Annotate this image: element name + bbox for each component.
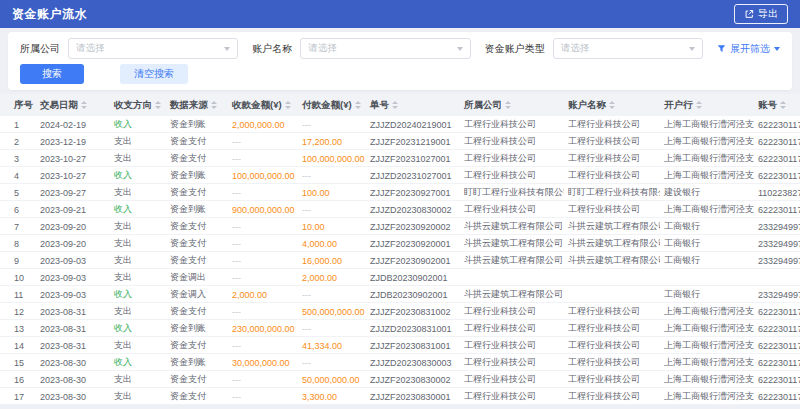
sort-icon[interactable] (211, 101, 217, 109)
table-row[interactable]: 152023-08-30收入资金到账30,000,000.00---ZJJZD2… (0, 354, 800, 371)
table-row[interactable]: 122023-08-31支出资金支付---500,000,000.00ZJJZF… (0, 303, 800, 320)
column-header-company[interactable]: 所属公司 (460, 94, 564, 116)
cell-pay-amount: 41,334.00 (298, 341, 366, 351)
cell-account-no: 622230117 (754, 205, 800, 215)
cell-pay-amount: --- (298, 205, 366, 215)
cell-account-no: 622230117 (754, 137, 800, 147)
table-row[interactable]: 12024-02-19收入资金到账2,000,000.00---ZJJZD202… (0, 116, 800, 133)
cell-bank: 上海工商银行漕河泾支行 (660, 390, 754, 403)
cell-index: 1 (0, 120, 36, 130)
column-header-index: 序号 (0, 94, 36, 116)
table-row[interactable]: 72023-09-20支出资金支付---10.00ZJJZF2023092000… (0, 218, 800, 235)
cell-order-no: ZJJZF20230830002 (366, 375, 460, 385)
table-row[interactable]: 92023-09-03支出资金支付---16,000.00ZJJZF202309… (0, 252, 800, 269)
cell-account-name: 工程行业科技公司 (564, 118, 660, 131)
cell-order-no: ZJJZF20230920001 (366, 239, 460, 249)
cell-bank: 上海工商银行漕河泾支行 (660, 356, 754, 369)
cell-direction: 收入 (110, 169, 166, 182)
cell-order-no: ZJJZF20230920002 (366, 222, 460, 232)
sort-icon[interactable] (355, 101, 361, 109)
account-type-filter-label: 资金账户类型 (485, 42, 545, 56)
cell-account-name: 斗拱云建筑工程有限公司 (564, 237, 660, 250)
column-header-direction[interactable]: 收支方向 (110, 94, 166, 116)
table-row[interactable]: 22023-12-19支出资金支付---17,200.00ZJJZF202312… (0, 133, 800, 150)
cell-company: 工程行业科技公司 (460, 390, 564, 403)
sort-icon[interactable] (285, 101, 291, 109)
cell-account-no: 233294997 (754, 239, 800, 249)
sort-icon[interactable] (780, 101, 786, 109)
cell-direction: 收入 (110, 203, 166, 216)
account-name-select[interactable]: 请选择 (300, 38, 470, 59)
cell-direction: 支出 (110, 186, 166, 199)
cell-bank: 上海工商银行漕河泾支行 (660, 135, 754, 148)
column-header-receive-amount[interactable]: 收款金额(¥) (228, 94, 298, 116)
company-select-placeholder: 请选择 (76, 42, 105, 55)
cell-receive-amount: 2,000,000.00 (228, 120, 298, 130)
cell-pay-amount: 100.00 (298, 188, 366, 198)
table-row[interactable]: 102023-09-03支出资金调出---2,000.00ZJDB2023090… (0, 269, 800, 286)
cell-account-no: 622230117 (754, 375, 800, 385)
search-button[interactable]: 搜索 (20, 64, 84, 84)
cell-account-no: 110223827 (754, 188, 800, 198)
sort-icon[interactable] (392, 101, 398, 109)
cell-order-no: ZJDB20230902001 (366, 290, 460, 300)
account-type-select[interactable]: 请选择 (553, 38, 703, 59)
table-row[interactable]: 32023-10-27支出资金支付---100,000,000.00ZJJZF2… (0, 150, 800, 167)
column-header-date[interactable]: 交易日期 (36, 94, 110, 116)
filter-row: 所属公司 请选择 账户名称 请选择 资金账户类型 请选择 展开筛选 (20, 38, 780, 59)
cell-bank: 上海工商银行漕河泾支行 (660, 169, 754, 182)
cell-direction: 支出 (110, 237, 166, 250)
cell-receive-amount: --- (228, 273, 298, 283)
table-row[interactable]: 172023-08-30支出资金支付---3,300.00ZJJZF202308… (0, 388, 800, 405)
table-row[interactable]: 112023-09-03收入资金调入2,000.00---ZJDB2023090… (0, 286, 800, 303)
column-label: 数据来源 (170, 99, 208, 112)
account-name-filter-label: 账户名称 (252, 42, 292, 56)
sort-icon[interactable] (81, 101, 87, 109)
cell-receive-amount: 900,000,000.00 (228, 205, 298, 215)
column-header-account-name[interactable]: 账户名称 (564, 94, 660, 116)
cell-pay-amount: 3,300.00 (298, 392, 366, 402)
cell-date: 2023-09-21 (36, 205, 110, 215)
cell-receive-amount: --- (228, 188, 298, 198)
table-row[interactable]: 142023-08-31支出资金支付---41,334.00ZJJZF20230… (0, 337, 800, 354)
company-select[interactable]: 请选择 (68, 38, 238, 59)
column-header-order-no[interactable]: 单号 (366, 94, 460, 116)
cell-company: 工程行业科技公司 (460, 305, 564, 318)
cell-source: 资金支付 (166, 220, 228, 233)
cell-order-no: ZJJZF20230831002 (366, 307, 460, 317)
column-label: 开户行 (664, 99, 693, 112)
expand-filter-link[interactable]: 展开筛选 (717, 42, 780, 56)
table-row[interactable]: 162023-08-30支出资金支付---50,000,000.00ZJJZF2… (0, 371, 800, 388)
table-row[interactable]: 42023-10-27收入资金到账100,000,000.00---ZJJZD2… (0, 167, 800, 184)
sort-icon[interactable] (505, 101, 511, 109)
company-filter-label: 所属公司 (20, 42, 60, 56)
column-header-source[interactable]: 数据来源 (166, 94, 228, 116)
cell-index: 11 (0, 290, 36, 300)
sort-icon[interactable] (155, 101, 161, 109)
cell-company: 工程行业科技公司 (460, 339, 564, 352)
cell-pay-amount: --- (298, 290, 366, 300)
column-label: 收款金额(¥) (232, 99, 282, 112)
cell-company: 工程行业科技公司 (460, 322, 564, 335)
table-row[interactable]: 82023-09-20支出资金支付---4,000.00ZJJZF2023092… (0, 235, 800, 252)
sort-icon[interactable] (696, 101, 702, 109)
column-header-account-no[interactable]: 账号 (754, 94, 800, 116)
filter-panel: 所属公司 请选择 账户名称 请选择 资金账户类型 请选择 展开筛选 (8, 32, 792, 90)
sort-icon[interactable] (609, 101, 615, 109)
export-button[interactable]: 导出 (734, 4, 788, 24)
clear-search-button[interactable]: 清空搜索 (120, 64, 188, 84)
table-row[interactable]: 52023-09-27支出资金支付---100.00ZJJZF202309270… (0, 184, 800, 201)
cell-account-no: 233294997 (754, 256, 800, 266)
table-row[interactable]: 132023-08-31收入资金到账230,000,000.00---ZJJZD… (0, 320, 800, 337)
cell-source: 资金支付 (166, 186, 228, 199)
cell-source: 资金支付 (166, 254, 228, 267)
cell-order-no: ZJJZD20230830003 (366, 358, 460, 368)
filter-group-company: 所属公司 请选择 (20, 38, 238, 59)
table-row[interactable]: 62023-09-21收入资金到账900,000,000.00---ZJJZD2… (0, 201, 800, 218)
cell-direction: 支出 (110, 220, 166, 233)
column-header-bank[interactable]: 开户行 (660, 94, 754, 116)
column-header-pay-amount[interactable]: 付款金额(¥) (298, 94, 366, 116)
cell-pay-amount: 100,000,000.00 (298, 154, 366, 164)
cell-direction: 支出 (110, 135, 166, 148)
cell-account-no: 622230117 (754, 341, 800, 351)
